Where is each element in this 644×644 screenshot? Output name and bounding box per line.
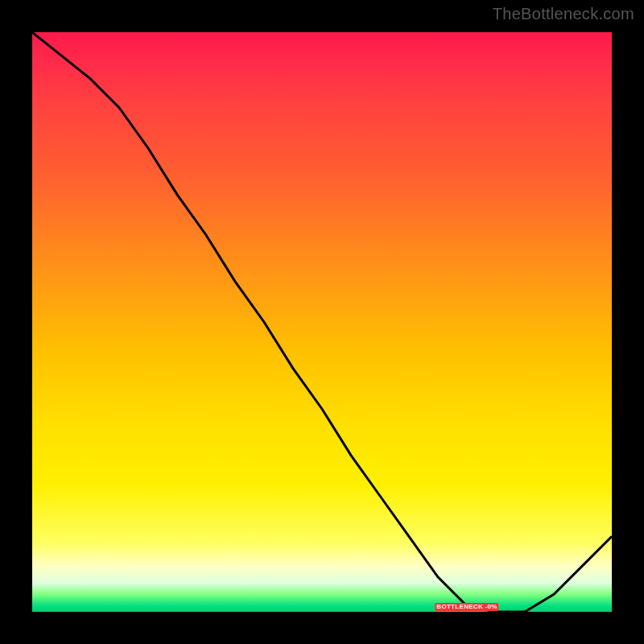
chart-container: TheBottleneck.com BOTTLENECK -0%: [0, 0, 644, 644]
plot-area: BOTTLENECK -0%: [32, 32, 612, 612]
watermark-text: TheBottleneck.com: [493, 5, 634, 23]
bottleneck-badge: BOTTLENECK -0%: [435, 603, 498, 611]
curve-line: [32, 32, 612, 612]
